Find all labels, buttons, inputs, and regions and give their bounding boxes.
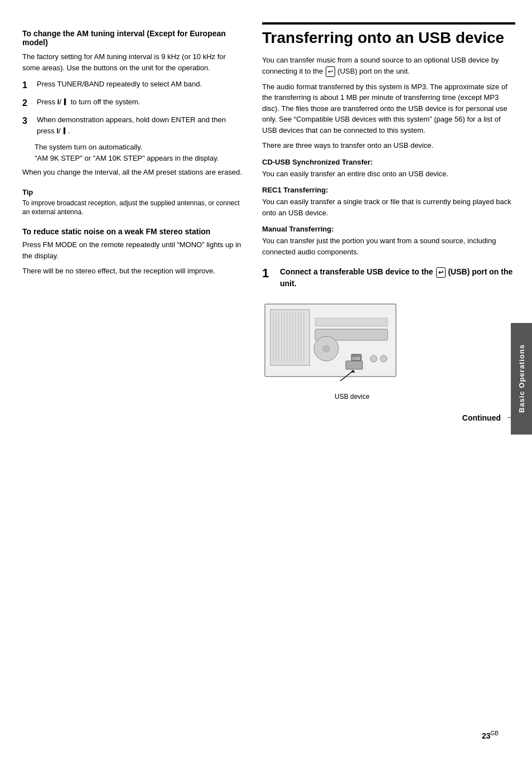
step-2-num: 2: [22, 97, 32, 110]
fm-noise-para2: There will be no stereo effect, but the …: [22, 266, 245, 277]
method1-text: You can easily transfer an entire disc o…: [262, 168, 515, 180]
device-illustration: USB USB device: [262, 298, 515, 401]
right-column: Transferring onto an USB device You can …: [262, 22, 521, 735]
svg-point-21: [380, 355, 387, 362]
device-label: USB device: [335, 393, 370, 401]
usb-intro3: There are three ways to transfer onto an…: [262, 140, 515, 151]
left-column: To change the AM tuning interval (Except…: [22, 22, 245, 735]
am-tuning-steps: 1 Press TUNER/BAND repeatedly to select …: [22, 79, 245, 136]
large-step-1-text: Connect a transferable USB device to the…: [280, 266, 515, 290]
device-svg: USB: [262, 298, 404, 390]
step-1: 1 Press TUNER/BAND repeatedly to select …: [22, 79, 245, 92]
tip-text: To improve broadcast reception, adjust t…: [22, 199, 245, 218]
step-3-num: 3: [22, 114, 32, 136]
sidebar-label: Basic Operations: [518, 344, 526, 413]
continued-text: Continued: [462, 413, 501, 422]
step-1-text: Press TUNER/BAND repeatedly to select AM…: [37, 79, 245, 92]
usb-port-icon: ↩: [436, 267, 446, 278]
tip-section: Tip To improve broadcast reception, adju…: [22, 188, 245, 218]
usb-intro2: The audio format transferred by this sys…: [262, 81, 515, 136]
page-num-value: 23: [482, 731, 491, 740]
step-2-text: Press I/⏽ to turn off the system.: [37, 97, 245, 110]
svg-point-17: [323, 345, 330, 352]
method2-title: REC1 Transferring:: [262, 186, 515, 194]
am-sub2: When you change the interval, all the AM…: [22, 167, 245, 178]
tip-title: Tip: [22, 188, 245, 196]
usb-intro1: You can transfer music from a sound sour…: [262, 55, 515, 76]
svg-rect-3: [315, 318, 388, 326]
step-3-text: When demonstration appears, hold down EN…: [37, 114, 245, 136]
method3-title: Manual Transferring:: [262, 225, 515, 233]
svg-rect-22: [346, 361, 362, 369]
main-content: To change the AM tuning interval (Except…: [0, 0, 532, 757]
method2-text: You can easily transfer a single track o…: [262, 196, 515, 218]
step-3: 3 When demonstration appears, hold down …: [22, 114, 245, 136]
fm-noise-para1: Press FM MODE on the remote repeatedly u…: [22, 239, 245, 261]
large-step-1: 1 Connect a transferable USB device to t…: [262, 266, 515, 290]
method1-title: CD-USB Synchronized Transfer:: [262, 158, 515, 166]
am-tuning-title: To change the AM tuning interval (Except…: [22, 29, 245, 47]
method3-text: You can transfer just the portion you wa…: [262, 235, 515, 257]
page-number: 23GB: [482, 730, 499, 740]
am-tuning-intro: The factory setting for AM tuning interv…: [22, 51, 245, 73]
step-1-num: 1: [22, 79, 32, 92]
section-am-tuning: To change the AM tuning interval (Except…: [22, 29, 245, 178]
fm-noise-title: To reduce static noise on a weak FM ster…: [22, 227, 245, 236]
step-2: 2 Press I/⏽ to turn off the system.: [22, 97, 245, 110]
page-container: To change the AM tuning interval (Except…: [0, 0, 532, 757]
continued-row: Continued →: [262, 412, 515, 423]
am-sub1: The system turn on automatically. "AM 9K…: [35, 142, 245, 163]
svg-point-20: [370, 355, 377, 362]
large-step-1-num: 1: [262, 266, 274, 281]
usb-section-title: Transferring onto an USB device: [262, 22, 515, 47]
sidebar-tab: Basic Operations: [511, 323, 532, 435]
page-num-suffix: GB: [491, 730, 499, 736]
svg-text:USB: USB: [352, 356, 360, 360]
usb-icon: ↩: [326, 66, 335, 77]
section-fm-noise: To reduce static noise on a weak FM ster…: [22, 227, 245, 277]
